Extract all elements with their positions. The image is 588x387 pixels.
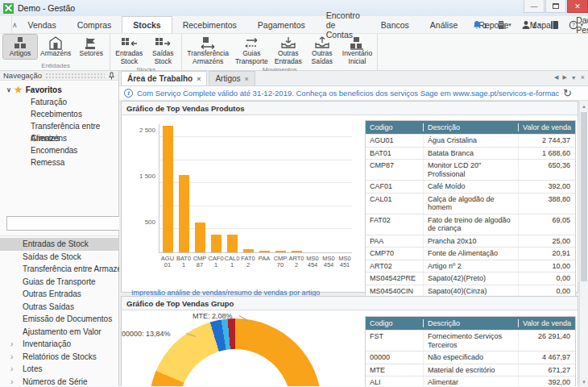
column-header-codigo[interactable]: Codigo bbox=[366, 319, 424, 327]
nav-item-entradas-de-stock[interactable]: Entradas de Stock bbox=[0, 238, 118, 251]
tab-list-icon[interactable]: ▼ bbox=[571, 75, 577, 81]
bar-caf0-1[interactable] bbox=[211, 235, 222, 252]
bar-bat0-1[interactable] bbox=[179, 175, 189, 252]
close-tab-icon[interactable]: × bbox=[197, 75, 201, 83]
ribbon-tab-encontro-de-contas[interactable]: Encontro de Contas bbox=[316, 16, 371, 33]
close-tab-icon[interactable]: × bbox=[245, 75, 249, 83]
nav-item-guias-de-transporte[interactable]: Guias de Transporte bbox=[0, 276, 118, 289]
transfer-ncia-armaz-ns-button[interactable]: Transferência Armazéns bbox=[184, 35, 232, 66]
refresh-icon[interactable]: ↻ bbox=[563, 87, 572, 99]
ribbon-tab-stocks[interactable]: Stocks bbox=[122, 16, 172, 33]
guias-transporte-button[interactable]: Guias Transporte bbox=[232, 35, 271, 66]
panel-groups-header[interactable]: Gráfico de Top Vendas Grupo bbox=[122, 297, 578, 310]
doc-tab-artigos[interactable]: Artigos× bbox=[209, 71, 255, 85]
favorite-item-transfer-ncia-entre-armaz-ns[interactable]: Transferência entre Armazéns bbox=[0, 120, 118, 132]
nav-item-lotes[interactable]: ›Lotes bbox=[0, 363, 118, 376]
table-row[interactable]: BAT01Batata Branca1 688,60 bbox=[366, 147, 575, 160]
info-text[interactable]: Com Serviço Complete válido até 31-12-20… bbox=[137, 89, 559, 98]
table-row[interactable]: MS04540CINSapato(40)(Cinza)0,00 bbox=[366, 285, 575, 298]
ribbon-tab-compras[interactable]: Compras bbox=[67, 16, 122, 33]
artigos-button[interactable]: Artigos bbox=[3, 35, 37, 59]
entradas-stock-button[interactable]: Entradas Stock bbox=[112, 35, 146, 66]
table-row[interactable]: ALIAlimentar392,00 bbox=[366, 376, 575, 386]
column-header-descri-o[interactable]: Descrição bbox=[424, 319, 519, 328]
setores-button[interactable]: Setores bbox=[74, 35, 108, 59]
favorite-item-recebimentos[interactable]: Recebimentos bbox=[0, 108, 118, 120]
favorite-item-encomendas[interactable]: Encomendas bbox=[0, 144, 118, 156]
scroll-up-icon[interactable]: ▲ bbox=[580, 102, 588, 110]
table-row[interactable]: CAF01Café Moído392,00 bbox=[366, 180, 575, 193]
invent-rio-inicial-button[interactable]: Inventário Inicial bbox=[339, 35, 375, 66]
restore-button[interactable] bbox=[545, 0, 566, 13]
table-row[interactable]: MS04542PRESapato(42)(Preto)0,00 bbox=[366, 272, 575, 285]
user-button[interactable]: 1 ▾ bbox=[521, 20, 541, 30]
pin-icon[interactable] bbox=[108, 72, 115, 80]
nav-item-n-meros-de-s-rie[interactable]: ›Números de Série bbox=[0, 376, 118, 387]
favorite-item-clientes[interactable]: Clientes bbox=[0, 132, 118, 144]
ribbon-tab-pagamentos[interactable]: Pagamentos bbox=[247, 16, 316, 33]
table-row[interactable]: CMP70Fonte de Alimentação20,91 bbox=[366, 247, 575, 260]
column-header-descri-o[interactable]: Descrição bbox=[424, 123, 519, 132]
outras-sa-das-button[interactable]: Outras Saídas bbox=[305, 35, 339, 66]
outras-entradas-button[interactable]: Outras Entradas bbox=[271, 35, 305, 66]
bar-agu-01[interactable] bbox=[163, 126, 173, 252]
table-row[interactable]: ART02Artigo nº 210,00 bbox=[366, 260, 575, 273]
doc-tab-label: Artigos bbox=[215, 74, 240, 83]
tab-close-icon[interactable]: × bbox=[581, 73, 585, 81]
nav-item-outras-entradas[interactable]: Outras Entradas bbox=[0, 288, 118, 301]
column-header-valor-de-venda[interactable]: Valor de venda bbox=[519, 123, 575, 131]
ribbon-tab-bancos[interactable]: Bancos bbox=[371, 16, 420, 33]
panel-products-header[interactable]: Gráfico de Top Vendas Produtos bbox=[122, 102, 578, 115]
notifications-button[interactable]: 1 bbox=[472, 20, 487, 30]
bar-cmp-70[interactable] bbox=[275, 251, 286, 252]
table-row[interactable]: AGU01Água Cristalina2 744,37 bbox=[366, 134, 575, 147]
scroll-down-icon[interactable]: ▼ bbox=[580, 377, 588, 386]
bar-cal0-1[interactable] bbox=[227, 235, 238, 252]
tab-scroll-left-icon[interactable]: ◀ bbox=[554, 74, 558, 81]
nav-item-emiss-o-de-documentos[interactable]: Emissão de Documentos bbox=[0, 313, 118, 326]
nav-search-input[interactable] bbox=[6, 216, 121, 231]
table-row[interactable]: MTEMaterial de escritório671,27 bbox=[366, 364, 575, 377]
expand-icon[interactable]: › bbox=[10, 338, 13, 351]
nav-item-transfer-ncia-entre-armaz-ns[interactable]: Transferência entre Armazéns bbox=[0, 263, 118, 276]
table-row[interactable]: 00000Não especificado4 467,97 bbox=[366, 351, 575, 364]
nav-item-outras-sa-das[interactable]: Outras Saídas bbox=[0, 301, 118, 314]
bar-cmp-87[interactable] bbox=[195, 223, 205, 252]
table-row[interactable]: FAT02Fato de treino de algodão de crianç… bbox=[366, 214, 575, 235]
bar-paa[interactable] bbox=[259, 251, 270, 252]
sa-das-stock-button[interactable]: Saídas Stock bbox=[146, 35, 180, 66]
nav-item-ajustamento-em-valor[interactable]: Ajustamento em Valor bbox=[0, 326, 118, 339]
favorites-root[interactable]: ∨ ★ Favoritos bbox=[0, 84, 118, 96]
expand-icon[interactable]: › bbox=[10, 376, 13, 387]
table-row[interactable]: FSTFornecimento Serviços Terceiros26 291… bbox=[366, 330, 575, 351]
expand-icon[interactable]: › bbox=[10, 363, 13, 376]
close-button[interactable]: ✕ bbox=[567, 0, 588, 13]
docs-button[interactable] bbox=[550, 20, 559, 30]
table-row[interactable]: PAAPrancha 20x1025,00 bbox=[366, 235, 575, 248]
ribbon-tab-vendas[interactable]: Vendas bbox=[18, 16, 67, 33]
ribbon-tab-an-lise[interactable]: Análise bbox=[420, 16, 468, 33]
expand-icon[interactable]: › bbox=[10, 351, 13, 364]
bar-art0-2[interactable] bbox=[292, 251, 302, 252]
bar-fat0-2[interactable] bbox=[243, 249, 254, 252]
nav-item-inventaria-o[interactable]: ›Inventariação bbox=[0, 338, 118, 351]
main-scrollbar[interactable]: ▲ ▼ bbox=[579, 102, 588, 386]
table-row[interactable]: CMP87Monitor LCD 20" Profissional650,36 bbox=[366, 159, 575, 180]
ribbon-collapse-button[interactable]: ∧ bbox=[12, 16, 18, 33]
column-header-valor-de-venda[interactable]: Valor de venda bbox=[519, 319, 575, 327]
menu-button[interactable] bbox=[0, 16, 12, 33]
column-header-codigo[interactable]: Codigo bbox=[366, 123, 424, 131]
tab-scroll-right-icon[interactable]: ▶ bbox=[562, 74, 566, 81]
scrollbar-thumb[interactable] bbox=[581, 112, 587, 281]
nav-item-sa-das-de-stock[interactable]: Saídas de Stock bbox=[0, 251, 118, 264]
favorite-item-fatura-o[interactable]: Faturação bbox=[0, 96, 118, 108]
table-row[interactable]: CAL01Calça de algodão de homem388,80 bbox=[366, 193, 575, 214]
favorite-item-remessa[interactable]: Remessa bbox=[0, 156, 118, 169]
armaz-ns-button[interactable]: Armazéns bbox=[37, 35, 74, 59]
minimize-button[interactable]: — bbox=[524, 0, 545, 13]
nav-item-relat-rios-de-stocks[interactable]: ›Relatórios de Stocks bbox=[0, 351, 118, 364]
doc-tab-rea-de-trabalho[interactable]: Área de Trabalho× bbox=[121, 71, 207, 85]
ribbon-tab-recebimentos[interactable]: Recebimentos bbox=[172, 16, 247, 33]
help-button[interactable]: ? ▾ bbox=[569, 20, 583, 30]
company-button[interactable]: ▾ bbox=[497, 20, 511, 30]
